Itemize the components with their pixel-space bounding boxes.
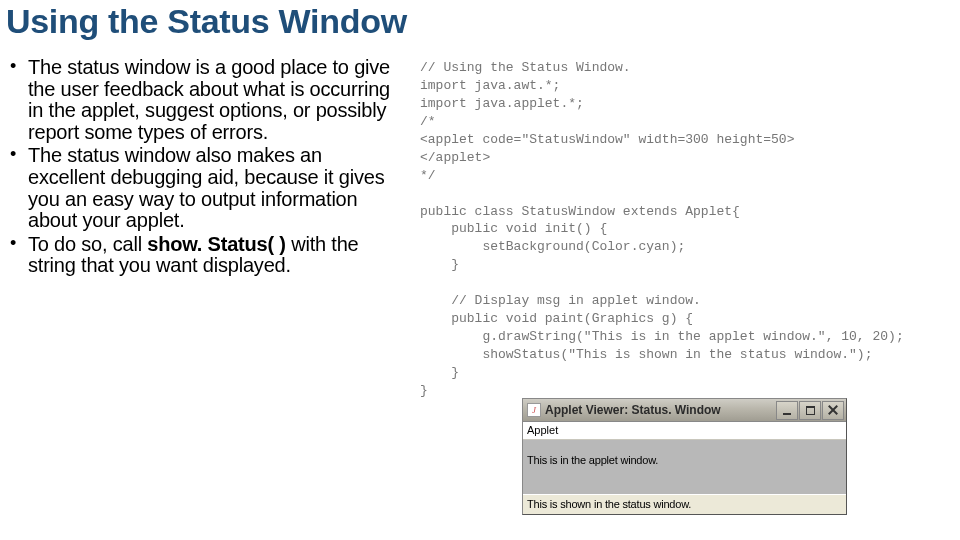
slide-content: The status window is a good place to giv…	[0, 45, 960, 400]
slide-title: Using the Status Window	[0, 0, 960, 45]
status-bar-text: This is shown in the status window.	[527, 498, 691, 510]
status-bar: This is shown in the status window.	[523, 494, 846, 514]
code-listing: // Using the Status Window. import java.…	[410, 51, 956, 400]
java-icon: J	[527, 403, 541, 417]
bullet-text-pre: To do so, call	[28, 233, 147, 255]
window-titlebar[interactable]: J Applet Viewer: Status. Window	[523, 399, 846, 422]
bullet-list: The status window is a good place to giv…	[4, 57, 394, 279]
bullet-item: The status window also makes an excellen…	[28, 145, 394, 233]
menu-bar: Applet	[523, 422, 846, 440]
applet-viewer-window: J Applet Viewer: Status. Window Applet T…	[522, 398, 847, 515]
window-title: Applet Viewer: Status. Window	[545, 403, 776, 417]
close-button[interactable]	[822, 401, 844, 420]
maximize-button[interactable]	[799, 401, 821, 420]
bullet-text-bold: show. Status( )	[147, 233, 286, 255]
left-column: The status window is a good place to giv…	[4, 51, 394, 400]
right-column: // Using the Status Window. import java.…	[410, 51, 956, 400]
minimize-button[interactable]	[776, 401, 798, 420]
bullet-item: To do so, call show. Status( ) with the …	[28, 234, 394, 279]
maximize-icon	[806, 406, 815, 415]
close-icon	[828, 405, 838, 415]
bullet-item: The status window is a good place to giv…	[28, 57, 394, 145]
applet-canvas: This is in the applet window.	[523, 440, 846, 494]
applet-canvas-text: This is in the applet window.	[527, 454, 658, 466]
window-controls	[776, 401, 844, 420]
minimize-icon	[783, 413, 791, 415]
menu-applet[interactable]: Applet	[527, 424, 558, 436]
